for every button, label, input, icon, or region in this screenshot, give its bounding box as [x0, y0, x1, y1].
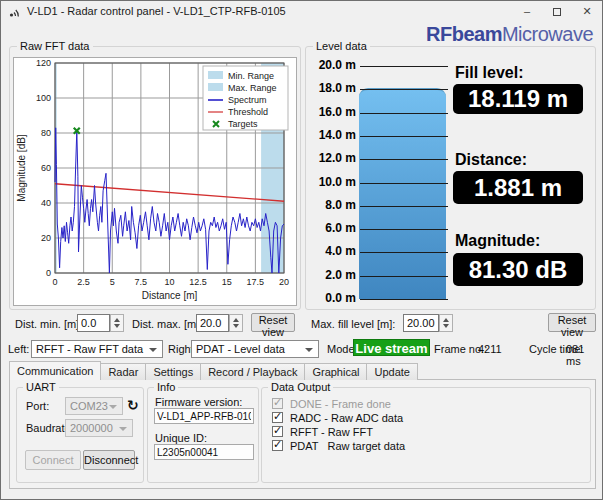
svg-text:15: 15 [222, 277, 232, 287]
svg-text:80: 80 [41, 128, 51, 138]
gauge-tick-label: 10.0 m [310, 175, 356, 189]
left-channel-select[interactable]: RFFT - Raw FFT data [31, 340, 163, 358]
app-window: V-LD1 - Radar control panel - V-LD1_CTP-… [0, 0, 603, 500]
gauge-tick-line [360, 89, 448, 90]
gauge-tick-label: 16.0 m [310, 105, 356, 119]
fft-reset-view-button[interactable]: Reset view [251, 313, 295, 332]
max-fill-level-label: Max. fill level [m]: [311, 318, 395, 330]
gauge-tick-label: 14.0 m [310, 128, 356, 142]
rfbeam-logo: RFbeamMicrowave [426, 23, 593, 46]
svg-text:Threshold: Threshold [228, 107, 268, 117]
maximize-button[interactable] [542, 1, 572, 23]
magnitude-label: Magnitude: [455, 232, 540, 250]
gauge-tick-line [360, 113, 448, 114]
dist-max-input[interactable] [196, 314, 229, 332]
fill-level-label: Fill level: [455, 64, 523, 82]
dist-min-label: Dist. min. [m]: [15, 318, 82, 330]
baudrate-select[interactable]: 2000000 [65, 419, 133, 437]
tab-settings[interactable]: Settings [145, 363, 201, 380]
checkbox[interactable]: ✓ [272, 440, 283, 451]
svg-text:40: 40 [41, 198, 51, 208]
level-gauge-fill-bar [359, 88, 446, 299]
tab-record-playback[interactable]: Record / Playback [200, 363, 305, 380]
data-output-group: Data Output ✓DONE - Frame done✓RADC - Ra… [261, 387, 591, 483]
svg-text:0: 0 [52, 277, 57, 287]
cycle-time-value: 081 ms [566, 343, 602, 367]
gauge-tick-label: 18.0 m [310, 81, 356, 95]
tab-communication[interactable]: Communication [9, 361, 101, 380]
checkbox-label: PDAT Raw target data [290, 440, 405, 452]
checkbox-label: RFFT - Raw FFT [290, 426, 373, 438]
mode-status-badge: Live stream [353, 339, 430, 356]
svg-text:60: 60 [41, 163, 51, 173]
svg-text:10: 10 [164, 277, 174, 287]
uart-group-title: UART [23, 381, 59, 393]
svg-text:2.5: 2.5 [77, 277, 90, 287]
checkbox-label: DONE - Frame done [290, 398, 391, 410]
right-channel-select[interactable]: PDAT - Level data [191, 340, 319, 358]
logo-bold-text: RFbeam [426, 23, 502, 45]
port-label: Port: [26, 400, 49, 412]
unique-id-field[interactable] [154, 444, 254, 460]
gauge-tick-label: 0.0 m [310, 291, 356, 305]
dist-min-spin-buttons[interactable] [110, 314, 124, 332]
gauge-tick-label: 20.0 m [310, 58, 356, 72]
gauge-tick-label: 8.0 m [310, 198, 356, 212]
distance-value: 1.881 m [453, 171, 583, 204]
svg-text:17.5: 17.5 [247, 277, 265, 287]
svg-text:Magnitude [dB]: Magnitude [dB] [16, 134, 27, 201]
svg-text:20: 20 [279, 277, 289, 287]
gauge-tick-line [360, 229, 448, 230]
gauge-tick-line [360, 66, 448, 67]
logo-light-text: Microwave [502, 23, 593, 45]
tab-graphical[interactable]: Graphical [304, 363, 367, 380]
connect-button[interactable]: Connect [25, 450, 81, 470]
tab-radar[interactable]: Radar [100, 363, 146, 380]
max-fill-input[interactable] [403, 314, 439, 332]
info-group-title: Info [154, 381, 178, 393]
firmware-version-label: Firmware version: [155, 396, 242, 408]
gauge-tick-label: 2.0 m [310, 268, 356, 282]
svg-text:Spectrum: Spectrum [228, 95, 267, 105]
gauge-tick-line [360, 183, 448, 184]
level-reset-view-button[interactable]: Reset view [548, 313, 596, 332]
checkbox[interactable]: ✓ [272, 426, 283, 437]
svg-text:Distance [m]: Distance [m] [142, 290, 198, 301]
refresh-ports-icon[interactable]: ↻ [127, 398, 139, 412]
svg-text:12.5: 12.5 [189, 277, 207, 287]
gauge-tick-line [360, 299, 448, 300]
tab-update[interactable]: Update [366, 363, 417, 380]
close-button[interactable]: ✕ [572, 1, 602, 23]
gauge-tick-line [360, 252, 448, 253]
gauge-tick-label: 4.0 m [310, 244, 356, 258]
dist-max-spinner[interactable] [196, 314, 229, 332]
gauge-tick-line [360, 136, 448, 137]
svg-text:0: 0 [46, 268, 51, 278]
checkbox[interactable]: ✓ [272, 412, 283, 423]
title-bar: V-LD1 - Radar control panel - V-LD1_CTP-… [1, 1, 602, 23]
gauge-tick-line [360, 206, 448, 207]
dist-min-input[interactable] [77, 314, 110, 332]
unique-id-label: Unique ID: [155, 432, 207, 444]
svg-text:5: 5 [110, 277, 115, 287]
info-group: Info Firmware version: Unique ID: [147, 387, 259, 483]
fft-chart[interactable]: 02040608010012002.557.51012.51517.520Dis… [13, 57, 297, 306]
dist-min-spinner[interactable] [77, 314, 110, 332]
dist-max-spin-buttons[interactable] [229, 314, 243, 332]
firmware-version-field[interactable] [154, 408, 254, 424]
port-select[interactable]: COM23 [65, 397, 123, 415]
disconnect-button[interactable]: Disconnect [83, 450, 135, 470]
minimize-button[interactable]: – [512, 1, 542, 23]
svg-text:120: 120 [36, 58, 51, 68]
checkbox-label: RADC - Raw ADC data [290, 412, 403, 424]
max-fill-spin-buttons[interactable] [439, 314, 453, 332]
raw-fft-group: Raw FFT data 02040608010012002.557.51012… [9, 46, 301, 310]
uart-group: UART Port: COM23 ↻ Baudrate: 2000000 Con… [16, 387, 144, 483]
gauge-tick-line [360, 276, 448, 277]
max-fill-spinner[interactable] [403, 314, 439, 332]
magnitude-value: 81.30 dB [453, 253, 583, 286]
svg-text:7.5: 7.5 [135, 277, 148, 287]
svg-text:100: 100 [36, 93, 51, 103]
checkbox: ✓ [272, 398, 283, 409]
gauge-tick-label: 6.0 m [310, 221, 356, 235]
